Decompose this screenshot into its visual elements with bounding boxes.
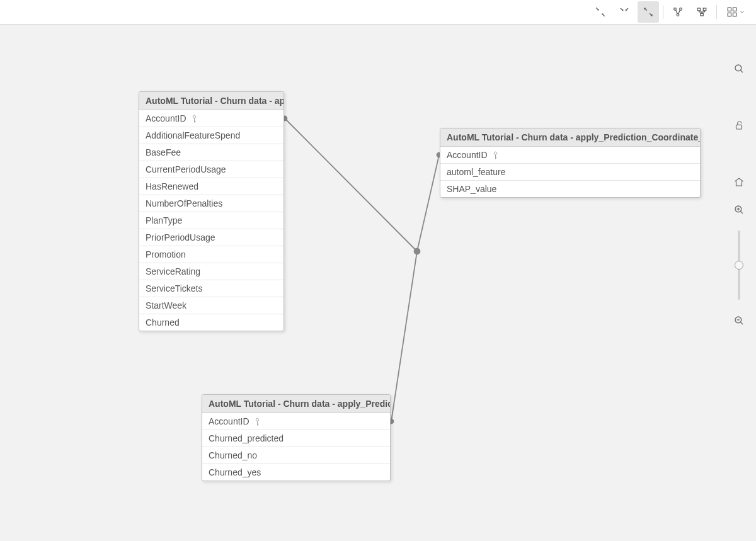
zoom-in-button[interactable] bbox=[730, 200, 748, 219]
svg-line-4 bbox=[679, 10, 680, 14]
field-name: ServiceTickets bbox=[146, 283, 203, 293]
svg-line-16 bbox=[285, 118, 417, 251]
field-name: AccountID bbox=[146, 113, 186, 123]
search-button[interactable] bbox=[730, 59, 748, 78]
field-name: automl_feature bbox=[447, 167, 505, 177]
model-canvas[interactable]: AutoML Tutorial - Churn data - applyAcco… bbox=[0, 25, 756, 541]
field-row[interactable]: Churned bbox=[139, 314, 284, 331]
field-row[interactable]: NumberOfPenalties bbox=[139, 195, 284, 212]
field-name: Promotion bbox=[146, 249, 186, 259]
field-name: SHAP_value bbox=[447, 184, 496, 194]
field-row[interactable]: BaseFee bbox=[139, 144, 284, 161]
svg-line-24 bbox=[192, 118, 197, 122]
svg-rect-15 bbox=[733, 13, 736, 16]
field-name: CurrentPeriodUsage bbox=[146, 164, 226, 174]
svg-point-22 bbox=[415, 249, 420, 254]
lock-open-button[interactable] bbox=[730, 116, 748, 135]
field-row[interactable]: Churned_predicted bbox=[202, 430, 390, 447]
svg-line-30 bbox=[255, 421, 260, 425]
field-row[interactable]: Promotion bbox=[139, 246, 284, 263]
field-row[interactable]: Churned_yes bbox=[202, 464, 390, 481]
svg-point-26 bbox=[493, 151, 497, 155]
field-name: StartWeek bbox=[146, 300, 186, 310]
zoom-out-button[interactable] bbox=[730, 311, 748, 330]
field-row[interactable]: CurrentPeriodUsage bbox=[139, 161, 284, 178]
collapse-together-button[interactable] bbox=[614, 1, 635, 23]
collapse-in-button[interactable] bbox=[590, 1, 611, 23]
home-button[interactable] bbox=[730, 173, 748, 191]
table-header[interactable]: AutoML Tutorial - Churn data - apply_Pre… bbox=[202, 395, 390, 413]
field-name: Churned_predicted bbox=[209, 433, 284, 443]
key-icon bbox=[491, 151, 500, 159]
svg-point-1 bbox=[680, 8, 682, 11]
svg-rect-12 bbox=[728, 8, 731, 11]
field-name: BaseFee bbox=[146, 147, 181, 157]
field-row[interactable]: AdditionalFeatureSpend bbox=[139, 127, 284, 144]
toolbar-separator bbox=[663, 5, 663, 19]
field-row[interactable]: Churned_no bbox=[202, 447, 390, 464]
table-card-pred[interactable]: AutoML Tutorial - Churn data - apply_Pre… bbox=[202, 394, 391, 481]
svg-point-29 bbox=[255, 418, 259, 421]
field-name: Churned_no bbox=[209, 450, 257, 460]
table-card-shap[interactable]: AutoML Tutorial - Churn data - apply_Pre… bbox=[440, 128, 701, 198]
svg-rect-5 bbox=[697, 8, 701, 11]
canvas-tools bbox=[730, 59, 748, 330]
field-row[interactable]: AccountID bbox=[139, 110, 284, 127]
layout-grid-button[interactable] bbox=[691, 1, 713, 23]
svg-line-40 bbox=[740, 322, 743, 324]
field-row[interactable]: PlanType bbox=[139, 212, 284, 229]
svg-line-27 bbox=[493, 154, 498, 159]
field-row[interactable]: ServiceTickets bbox=[139, 280, 284, 297]
svg-line-18 bbox=[417, 155, 439, 251]
table-header[interactable]: AutoML Tutorial - Churn data - apply bbox=[139, 92, 284, 110]
field-name: AccountID bbox=[447, 150, 488, 160]
svg-line-3 bbox=[676, 10, 678, 14]
svg-point-0 bbox=[674, 8, 677, 11]
toolbar-separator bbox=[716, 5, 717, 19]
svg-line-20 bbox=[391, 251, 417, 421]
field-row[interactable]: automl_feature bbox=[440, 164, 700, 181]
top-toolbar bbox=[0, 0, 756, 25]
svg-rect-34 bbox=[736, 125, 742, 129]
field-row[interactable]: SHAP_value bbox=[440, 181, 700, 197]
svg-line-33 bbox=[740, 70, 743, 72]
field-name: AdditionalFeatureSpend bbox=[146, 130, 240, 140]
svg-line-36 bbox=[740, 211, 743, 214]
chevron-down-icon bbox=[739, 9, 745, 15]
field-row[interactable]: StartWeek bbox=[139, 297, 284, 314]
svg-point-32 bbox=[735, 65, 742, 71]
svg-rect-14 bbox=[728, 13, 731, 16]
svg-rect-6 bbox=[703, 8, 706, 11]
layout-auto-button[interactable] bbox=[667, 1, 689, 23]
table-card-apply[interactable]: AutoML Tutorial - Churn data - applyAcco… bbox=[139, 91, 284, 331]
field-name: HasRenewed bbox=[146, 181, 198, 191]
svg-point-23 bbox=[192, 115, 196, 118]
field-row[interactable]: AccountID bbox=[440, 147, 700, 164]
key-icon bbox=[190, 115, 198, 123]
svg-rect-13 bbox=[733, 8, 736, 11]
zoom-slider[interactable] bbox=[738, 231, 740, 300]
field-row[interactable]: HasRenewed bbox=[139, 178, 284, 195]
svg-rect-7 bbox=[701, 13, 704, 16]
field-name: ServiceRating bbox=[146, 266, 200, 276]
field-name: Churned bbox=[146, 317, 180, 327]
field-name: PriorPeriodUsage bbox=[146, 232, 215, 242]
field-name: PlanType bbox=[146, 215, 182, 225]
zoom-slider-thumb[interactable] bbox=[735, 261, 743, 270]
key-icon bbox=[253, 418, 261, 426]
field-row[interactable]: ServiceRating bbox=[139, 263, 284, 280]
field-name: NumberOfPenalties bbox=[146, 198, 222, 208]
field-name: AccountID bbox=[209, 416, 249, 426]
expand-button[interactable] bbox=[638, 1, 659, 23]
field-row[interactable]: PriorPeriodUsage bbox=[139, 229, 284, 246]
table-header[interactable]: AutoML Tutorial - Churn data - apply_Pre… bbox=[440, 128, 700, 147]
field-name: Churned_yes bbox=[209, 467, 261, 477]
views-dropdown-button[interactable] bbox=[721, 1, 751, 23]
field-row[interactable]: AccountID bbox=[202, 413, 390, 430]
